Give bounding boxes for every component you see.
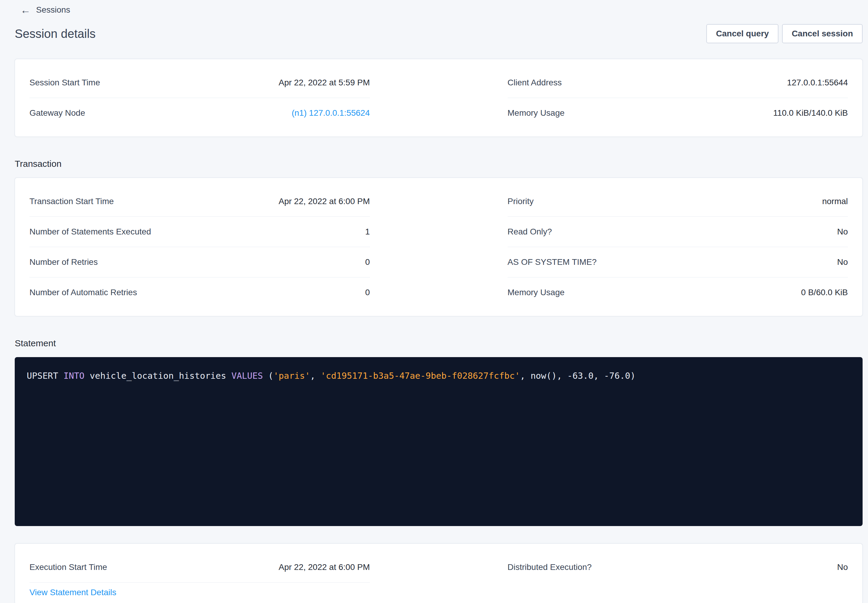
sql-token: , now(), -63.0, -76.0)	[520, 371, 635, 381]
client-address-label: Client Address	[508, 77, 562, 88]
gateway-node-link[interactable]: (n1) 127.0.0.1:55624	[292, 108, 370, 118]
breadcrumb-back-sessions[interactable]: ← Sessions	[20, 5, 70, 15]
execution-start-time-label: Execution Start Time	[29, 562, 107, 572]
priority-label: Priority	[508, 196, 534, 207]
session-card-left-column: Session Start Time Apr 22, 2022 at 5:59 …	[29, 68, 370, 128]
distributed-execution-value: No	[837, 562, 848, 572]
distributed-execution-row: Distributed Execution? No	[508, 552, 848, 582]
execution-start-time-row: Execution Start Time Apr 22, 2022 at 6:0…	[29, 552, 370, 583]
transaction-start-time-label: Transaction Start Time	[29, 196, 114, 207]
sql-statement: UPSERT INTO vehicle_location_histories V…	[27, 371, 635, 381]
sql-token: vehicle_location_histories	[85, 371, 232, 381]
client-address-value: 127.0.0.1:55644	[787, 77, 848, 88]
gateway-node-row: Gateway Node (n1) 127.0.0.1:55624	[29, 98, 370, 128]
execution-card-left-column: Execution Start Time Apr 22, 2022 at 6:0…	[29, 552, 370, 598]
header-actions: Cancel query Cancel session	[706, 24, 863, 43]
transaction-memory-usage-row: Memory Usage 0 B/60.0 KiB	[508, 277, 848, 308]
session-card-right-column: Client Address 127.0.0.1:55644 Memory Us…	[508, 68, 848, 128]
read-only-label: Read Only?	[508, 227, 552, 237]
statement-section-heading: Statement	[15, 338, 863, 349]
automatic-retries-row: Number of Automatic Retries 0	[29, 277, 370, 308]
gateway-node-label: Gateway Node	[29, 108, 85, 118]
as-of-system-time-value: No	[837, 257, 848, 267]
execution-card: Execution Start Time Apr 22, 2022 at 6:0…	[15, 543, 863, 603]
as-of-system-time-label: AS OF SYSTEM TIME?	[508, 257, 597, 267]
as-of-system-time-row: AS OF SYSTEM TIME? No	[508, 247, 848, 277]
session-memory-usage-value: 110.0 KiB/140.0 KiB	[773, 108, 848, 118]
priority-value: normal	[822, 196, 848, 207]
sql-statement-block: UPSERT INTO vehicle_location_histories V…	[15, 357, 863, 526]
retries-label: Number of Retries	[29, 257, 98, 267]
sql-token: (	[263, 371, 273, 381]
client-address-row: Client Address 127.0.0.1:55644	[508, 68, 848, 98]
breadcrumb-label: Sessions	[36, 5, 70, 15]
sql-token: ,	[310, 371, 321, 381]
session-start-time-row: Session Start Time Apr 22, 2022 at 5:59 …	[29, 68, 370, 98]
transaction-section-heading: Transaction	[15, 158, 863, 169]
transaction-card-left-column: Transaction Start Time Apr 22, 2022 at 6…	[29, 186, 370, 308]
page-header: Session details Cancel query Cancel sess…	[15, 24, 863, 43]
transaction-card: Transaction Start Time Apr 22, 2022 at 6…	[15, 178, 863, 316]
distributed-execution-label: Distributed Execution?	[508, 562, 592, 572]
cancel-session-button[interactable]: Cancel session	[782, 24, 863, 43]
automatic-retries-label: Number of Automatic Retries	[29, 288, 137, 298]
sql-token: 'cd195171-b3a5-47ae-9beb-f028627fcfbc'	[321, 371, 520, 381]
view-statement-details-link[interactable]: View Statement Details	[29, 588, 116, 597]
execution-card-right-column: Distributed Execution? No	[508, 552, 848, 598]
page-content: ← Sessions Session details Cancel query …	[15, 0, 863, 603]
sql-token: INTO	[63, 371, 85, 381]
transaction-start-time-value: Apr 22, 2022 at 6:00 PM	[279, 196, 370, 207]
read-only-row: Read Only? No	[508, 217, 848, 247]
retries-value: 0	[365, 257, 370, 267]
sql-token: UPSERT	[27, 371, 63, 381]
sql-token: VALUES	[232, 371, 263, 381]
page-title: Session details	[15, 26, 96, 41]
read-only-value: No	[837, 227, 848, 237]
transaction-start-time-row: Transaction Start Time Apr 22, 2022 at 6…	[29, 186, 370, 217]
statements-executed-label: Number of Statements Executed	[29, 227, 151, 237]
retries-row: Number of Retries 0	[29, 247, 370, 277]
session-memory-usage-row: Memory Usage 110.0 KiB/140.0 KiB	[508, 98, 848, 128]
session-memory-usage-label: Memory Usage	[508, 108, 565, 118]
automatic-retries-value: 0	[365, 288, 370, 298]
statements-executed-value: 1	[365, 227, 370, 237]
sql-token: 'paris'	[273, 371, 310, 381]
session-start-time-value: Apr 22, 2022 at 5:59 PM	[279, 77, 370, 88]
transaction-memory-usage-value: 0 B/60.0 KiB	[801, 288, 848, 298]
arrow-left-icon: ←	[20, 5, 31, 15]
view-statement-details-row: View Statement Details	[29, 583, 370, 598]
session-start-time-label: Session Start Time	[29, 77, 100, 88]
cancel-query-button[interactable]: Cancel query	[706, 24, 778, 43]
priority-row: Priority normal	[508, 186, 848, 217]
execution-start-time-value: Apr 22, 2022 at 6:00 PM	[279, 562, 370, 572]
transaction-card-right-column: Priority normal Read Only? No AS OF SYST…	[508, 186, 848, 308]
statements-executed-row: Number of Statements Executed 1	[29, 217, 370, 247]
session-summary-card: Session Start Time Apr 22, 2022 at 5:59 …	[15, 59, 863, 137]
transaction-memory-usage-label: Memory Usage	[508, 288, 565, 298]
